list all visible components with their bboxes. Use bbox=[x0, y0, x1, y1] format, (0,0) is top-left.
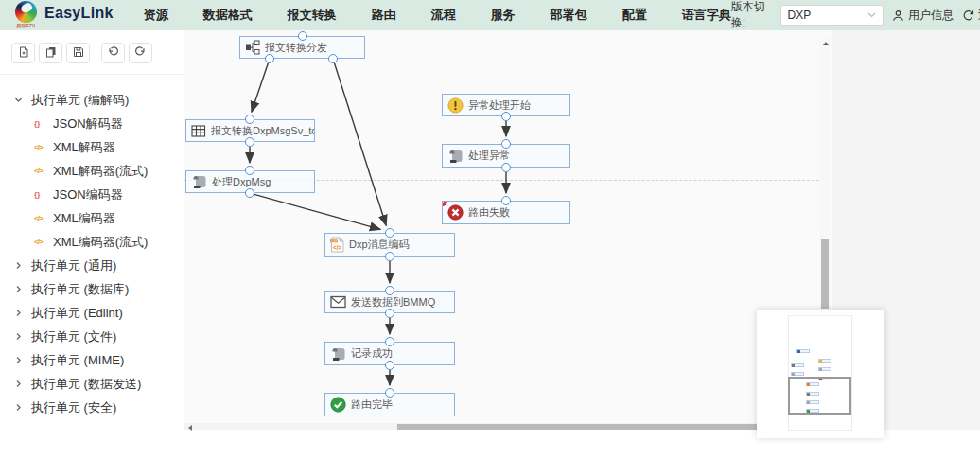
node-label: 记录成功 bbox=[351, 346, 393, 361]
node-port[interactable] bbox=[501, 112, 511, 121]
tree-item-0-0[interactable]: { }JSON解码器 bbox=[0, 112, 184, 135]
save-button[interactable] bbox=[66, 43, 90, 63]
topbar-right: 版本切换: DXP 用户信息 退出登录 中文 bbox=[731, 0, 980, 31]
minimap bbox=[757, 310, 884, 438]
node-port[interactable] bbox=[245, 115, 254, 124]
tree-section-label: 执行单元 (Ediint) bbox=[31, 305, 123, 322]
tree-item-0-5[interactable]: </>XML编码器(流式) bbox=[0, 230, 184, 254]
chevron-down-icon bbox=[14, 93, 23, 107]
menu-item-1[interactable]: 数据格式 bbox=[203, 7, 253, 24]
node-port[interactable] bbox=[501, 163, 511, 172]
node-port[interactable] bbox=[385, 252, 394, 261]
toolbar-group-1 bbox=[101, 43, 152, 63]
menu-item-2[interactable]: 报文转换 bbox=[288, 7, 337, 24]
menu-item-0[interactable]: 资源 bbox=[144, 7, 168, 24]
tree-section-1[interactable]: 执行单元 (通用) bbox=[0, 254, 184, 277]
node-port[interactable] bbox=[385, 309, 394, 318]
node-label: 处理DxpMsg bbox=[212, 175, 271, 189]
minimap-node bbox=[796, 349, 810, 353]
node-port[interactable] bbox=[245, 137, 254, 147]
node-port[interactable] bbox=[328, 54, 338, 63]
node-port[interactable] bbox=[501, 139, 511, 149]
tree-item-0-3[interactable]: { }JSON编码器 bbox=[0, 183, 184, 206]
copy-button[interactable] bbox=[39, 43, 62, 63]
script-icon bbox=[330, 346, 346, 362]
minimap-viewport[interactable] bbox=[788, 377, 851, 415]
logo-swirl-icon bbox=[15, 1, 37, 23]
tree-section-6[interactable]: 执行单元 (数据发送) bbox=[0, 372, 184, 396]
node-label: 报文转换DxpMsgSv_to_Dx... bbox=[211, 124, 315, 138]
tree-item-label: XML编码器 bbox=[53, 210, 115, 227]
node-port[interactable] bbox=[385, 337, 394, 346]
xml-icon: </> bbox=[34, 238, 46, 246]
redo-button[interactable] bbox=[129, 43, 152, 63]
menu-item-6[interactable]: 部署包 bbox=[551, 7, 587, 24]
script-icon bbox=[191, 174, 207, 189]
scroll-up-icon[interactable] bbox=[823, 42, 829, 45]
menu-item-7[interactable]: 配置 bbox=[622, 7, 647, 24]
unit-tree: 执行单元 (编解码){ }JSON解码器</>XML解码器</>XML解码器(流… bbox=[0, 80, 184, 419]
tree-section-3[interactable]: 执行单元 (Ediint) bbox=[0, 301, 184, 325]
minimap-node bbox=[818, 367, 831, 371]
minimap-node bbox=[791, 363, 804, 367]
flow-edge bbox=[335, 63, 387, 226]
node-port[interactable] bbox=[245, 188, 254, 198]
new-file-button[interactable] bbox=[11, 43, 35, 63]
mail-icon bbox=[330, 295, 346, 309]
node-port[interactable] bbox=[245, 166, 254, 175]
vertical-scrollbar-thumb[interactable] bbox=[821, 239, 829, 309]
tree-section-label: 执行单元 (数据发送) bbox=[31, 376, 141, 393]
logout-button[interactable]: 退出登录 bbox=[962, 8, 980, 24]
node-port[interactable] bbox=[385, 228, 394, 238]
node-port[interactable] bbox=[501, 196, 511, 205]
vertical-scrollbar[interactable] bbox=[820, 38, 830, 309]
tree-section-5[interactable]: 执行单元 (MIME) bbox=[0, 348, 184, 372]
node-port[interactable] bbox=[385, 361, 394, 370]
json-icon: { } bbox=[34, 190, 46, 199]
tree-item-0-1[interactable]: </>XML解码器 bbox=[0, 135, 184, 159]
node-port[interactable] bbox=[298, 31, 307, 41]
tree-section-4[interactable]: 执行单元 (文件) bbox=[0, 325, 184, 348]
minimap-node-dot bbox=[792, 364, 795, 367]
minimap-node-dot bbox=[819, 360, 822, 363]
menu-item-8[interactable]: 语言字典 bbox=[682, 7, 731, 24]
version-select[interactable]: DXP bbox=[780, 5, 884, 26]
tree-item-0-4[interactable]: </>XML编码器 bbox=[0, 206, 184, 230]
svg-text:DXP: DXP bbox=[331, 239, 339, 243]
horizontal-scrollbar[interactable] bbox=[184, 423, 826, 430]
menu-item-4[interactable]: 流程 bbox=[431, 7, 456, 24]
node-port[interactable] bbox=[385, 286, 394, 295]
script-icon bbox=[447, 149, 464, 164]
tree-item-0-2[interactable]: </>XML解码器(流式) bbox=[0, 159, 184, 183]
flow-canvas[interactable]: 报文转换分发报文转换DxpMsgSv_to_Dx...处理DxpMsg异常处理开… bbox=[184, 30, 832, 423]
chevron-right-icon bbox=[14, 377, 23, 391]
sidebar-divider bbox=[0, 74, 184, 75]
node-port[interactable] bbox=[265, 54, 274, 63]
tree-item-label: XML编码器(流式) bbox=[53, 234, 148, 251]
sidebar-toolbar bbox=[0, 30, 184, 72]
scroll-left-icon[interactable] bbox=[188, 425, 192, 431]
warning-icon bbox=[447, 97, 464, 114]
tree-item-label: XML解码器(流式) bbox=[53, 163, 148, 180]
sidebar: 执行单元 (编解码){ }JSON解码器</>XML解码器</>XML解码器(流… bbox=[0, 30, 184, 430]
redo-icon bbox=[134, 46, 147, 61]
user-info-button[interactable]: 用户信息 bbox=[892, 8, 954, 24]
logout-icon bbox=[962, 9, 974, 22]
fail-icon bbox=[447, 204, 464, 221]
node-port[interactable] bbox=[385, 388, 394, 398]
menu-item-5[interactable]: 服务 bbox=[491, 7, 516, 24]
tree-section-label: 执行单元 (MIME) bbox=[31, 352, 124, 369]
logo-text: EasyLink bbox=[44, 1, 114, 26]
tree-section-2[interactable]: 执行单元 (数据库) bbox=[0, 277, 184, 301]
tree-section-label: 执行单元 (编解码) bbox=[31, 92, 129, 109]
node-label: 异常处理开始 bbox=[468, 98, 531, 113]
logo-subtext: 易联EDI bbox=[17, 23, 36, 28]
node-label: 处理异常 bbox=[468, 149, 510, 163]
chevron-right-icon bbox=[14, 282, 23, 296]
tree-section-7[interactable]: 执行单元 (安全) bbox=[0, 396, 184, 419]
tree-section-0[interactable]: 执行单元 (编解码) bbox=[0, 88, 184, 112]
toolbar-group-0 bbox=[11, 43, 90, 63]
undo-button[interactable] bbox=[101, 43, 125, 63]
menu-item-3[interactable]: 路由 bbox=[372, 7, 396, 24]
version-switch-label: 版本切换: bbox=[731, 0, 772, 31]
